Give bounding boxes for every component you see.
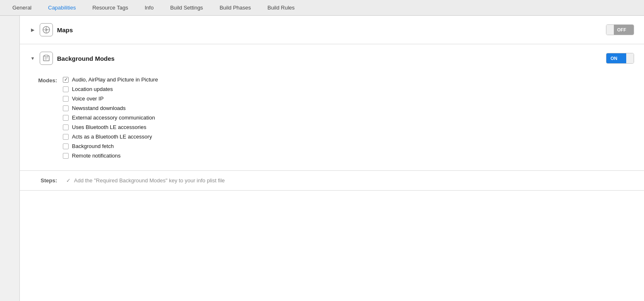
modes-label: Modes: xyxy=(30,76,63,159)
modes-row: Modes: Audio, AirPlay and Picture in Pic… xyxy=(30,76,634,159)
checkbox-bluetooth-le-label: Uses Bluetooth LE accessories xyxy=(72,124,146,130)
maps-disclosure-arrow: ▶ xyxy=(30,27,36,33)
background-modes-section: ▼ Background Modes ON xyxy=(20,44,644,191)
sidebar xyxy=(0,16,20,301)
checkbox-location-box[interactable] xyxy=(63,86,69,92)
background-modes-body: Modes: Audio, AirPlay and Picture in Pic… xyxy=(20,72,644,170)
checkbox-audio-box[interactable] xyxy=(63,77,69,83)
maps-section-header[interactable]: ▶ Maps OFF xyxy=(20,16,644,44)
svg-rect-4 xyxy=(45,55,48,57)
maps-toggle-left xyxy=(606,25,614,35)
checkbox-audio[interactable]: Audio, AirPlay and Picture in Picture xyxy=(63,76,158,83)
checkbox-voip-label: Voice over IP xyxy=(72,96,104,102)
main-content: ▶ Maps OFF xyxy=(0,16,644,301)
maps-toggle-label: OFF xyxy=(614,25,634,35)
tab-general[interactable]: General xyxy=(4,1,40,14)
background-modes-toggle[interactable]: ON xyxy=(606,53,634,64)
content-area: ▶ Maps OFF xyxy=(20,16,644,301)
checkbox-remote-notifications-label: Remote notifications xyxy=(72,153,121,159)
checkbox-bluetooth-accessory-label: Acts as a Bluetooth LE accessory xyxy=(72,134,152,140)
maps-header-left: ▶ Maps xyxy=(30,23,73,36)
maps-toggle[interactable]: OFF xyxy=(606,24,634,35)
checkbox-newsstand-label: Newsstand downloads xyxy=(72,105,126,111)
checkbox-external-accessory-label: External accessory communication xyxy=(72,115,155,121)
checkbox-bluetooth-le[interactable]: Uses Bluetooth LE accessories xyxy=(63,124,158,130)
modes-checkboxes: Audio, AirPlay and Picture in Picture Lo… xyxy=(63,76,158,159)
checkbox-background-fetch-box[interactable] xyxy=(63,143,69,149)
checkbox-newsstand[interactable]: Newsstand downloads xyxy=(63,105,158,111)
background-modes-toggle-label: ON xyxy=(606,53,626,63)
maps-icon xyxy=(40,23,53,36)
background-modes-header-left: ▼ Background Modes xyxy=(30,52,114,65)
maps-title: Maps xyxy=(57,26,73,33)
checkbox-background-fetch[interactable]: Background fetch xyxy=(63,143,158,149)
checkbox-bluetooth-le-box[interactable] xyxy=(63,124,69,130)
checkbox-location[interactable]: Location updates xyxy=(63,86,158,92)
background-modes-disclosure-arrow: ▼ xyxy=(30,56,36,61)
checkbox-remote-notifications[interactable]: Remote notifications xyxy=(63,153,158,159)
checkbox-audio-label: Audio, AirPlay and Picture in Picture xyxy=(72,76,158,83)
steps-check-icon: ✓ xyxy=(66,177,71,184)
tab-bar: General Capabilities Resource Tags Info … xyxy=(0,0,644,16)
tab-build-phases[interactable]: Build Phases xyxy=(211,1,259,14)
tab-info[interactable]: Info xyxy=(136,1,162,14)
checkbox-external-accessory-box[interactable] xyxy=(63,115,69,121)
steps-label: Steps: xyxy=(30,177,63,184)
tab-resource-tags[interactable]: Resource Tags xyxy=(84,1,136,14)
tab-build-rules[interactable]: Build Rules xyxy=(259,1,303,14)
background-modes-toggle-right xyxy=(626,53,634,63)
checkbox-newsstand-box[interactable] xyxy=(63,105,69,111)
steps-row: Steps: ✓ Add the "Required Background Mo… xyxy=(20,170,644,190)
background-modes-icon xyxy=(40,52,53,65)
background-modes-header[interactable]: ▼ Background Modes ON xyxy=(20,44,644,72)
tab-build-settings[interactable]: Build Settings xyxy=(162,1,212,14)
checkbox-bluetooth-accessory[interactable]: Acts as a Bluetooth LE accessory xyxy=(63,134,158,140)
steps-text: Add the "Required Background Modes" key … xyxy=(74,177,225,184)
background-modes-title: Background Modes xyxy=(57,55,114,62)
checkbox-voip-box[interactable] xyxy=(63,96,69,102)
maps-section: ▶ Maps OFF xyxy=(20,16,644,44)
checkbox-voip[interactable]: Voice over IP xyxy=(63,96,158,102)
checkbox-remote-notifications-box[interactable] xyxy=(63,153,69,159)
checkbox-bluetooth-accessory-box[interactable] xyxy=(63,134,69,140)
checkbox-external-accessory[interactable]: External accessory communication xyxy=(63,115,158,121)
checkbox-location-label: Location updates xyxy=(72,86,113,92)
checkbox-background-fetch-label: Background fetch xyxy=(72,143,114,149)
tab-capabilities[interactable]: Capabilities xyxy=(40,1,84,14)
